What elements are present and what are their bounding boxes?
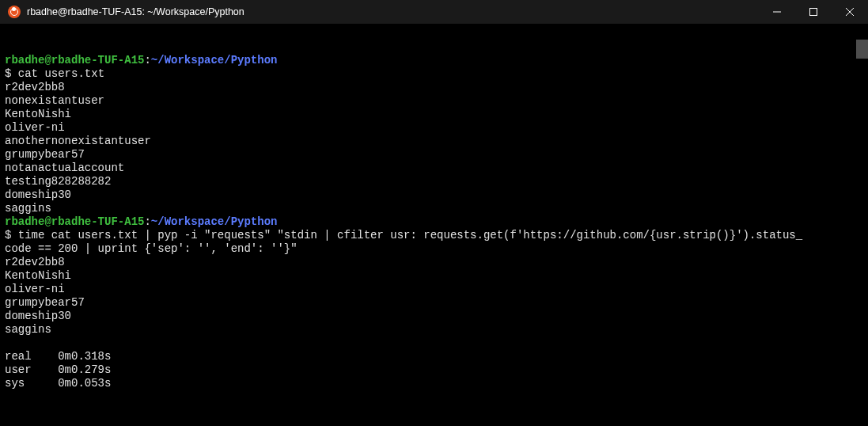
window-title: rbadhe@rbadhe-TUF-A15: ~/Workspace/Pypth… <box>27 6 244 19</box>
prompt-sep: : <box>144 54 150 67</box>
output-text: domeship30 <box>5 310 71 322</box>
terminal-line: rbadhe@rbadhe-TUF-A15:~/Workspace/Pyptho… <box>5 215 863 229</box>
terminal-line: real 0m0.318s <box>5 350 863 363</box>
output-text: nonexistantuser <box>5 94 104 107</box>
prompt-user-host: rbadhe@rbadhe-TUF-A15 <box>5 215 144 228</box>
terminal-line: code == 200 | uprint {'sep': '', 'end': … <box>5 242 863 256</box>
output-text: saggins <box>5 323 51 336</box>
terminal-line: $ time cat users.txt | pyp -i "requests"… <box>5 229 863 242</box>
minimize-button[interactable] <box>759 0 795 24</box>
output-text: grumpybear57 <box>5 296 85 309</box>
output-text: sys 0m0.053s <box>5 377 111 390</box>
prompt-symbol: $ <box>5 229 18 242</box>
minimize-icon <box>773 8 781 16</box>
terminal-line: KentoNishi <box>5 269 863 283</box>
close-icon <box>846 8 854 16</box>
prompt-user-host: rbadhe@rbadhe-TUF-A15 <box>5 54 144 67</box>
output-text: grumpybear57 <box>5 148 85 161</box>
command-text: time cat users.txt | pyp -i "requests" "… <box>18 229 802 242</box>
terminal-line: nonexistantuser <box>5 94 863 108</box>
output-text: r2dev2bb8 <box>5 81 65 93</box>
terminal-line: r2dev2bb8 <box>5 81 863 94</box>
ubuntu-icon <box>8 6 21 18</box>
output-text: anothernonexistantuser <box>5 135 151 147</box>
terminal-area[interactable]: rbadhe@rbadhe-TUF-A15:~/Workspace/Pyptho… <box>0 24 868 426</box>
svg-rect-1 <box>810 9 817 16</box>
terminal-line: rbadhe@rbadhe-TUF-A15:~/Workspace/Pyptho… <box>5 54 863 67</box>
output-text: testing828288282 <box>5 175 111 188</box>
output-text: KentoNishi <box>5 108 71 120</box>
terminal-line: testing828288282 <box>5 175 863 188</box>
terminal-line: $ cat users.txt <box>5 67 863 81</box>
terminal-line: anothernonexistantuser <box>5 135 863 148</box>
terminal-line: user 0m0.279s <box>5 363 863 377</box>
terminal-line: oliver-ni <box>5 121 863 135</box>
prompt-sep: : <box>144 215 150 228</box>
terminal-line: domeship30 <box>5 310 863 323</box>
output-text: KentoNishi <box>5 269 71 282</box>
output-text: notanactualaccount <box>5 162 124 174</box>
prompt-path: ~/Workspace/Pypthon <box>151 54 278 67</box>
terminal-line: saggins <box>5 323 863 337</box>
output-text: saggins <box>5 202 51 215</box>
maximize-button[interactable] <box>795 0 832 24</box>
terminal-line: domeship30 <box>5 188 863 202</box>
terminal-line: grumpybear57 <box>5 296 863 310</box>
terminal-line: saggins <box>5 202 863 215</box>
output-text: r2dev2bb8 <box>5 256 65 268</box>
command-text: code == 200 | uprint {'sep': '', 'end': … <box>5 242 298 255</box>
prompt-symbol: $ <box>5 67 18 80</box>
terminal-line: oliver-ni <box>5 283 863 296</box>
terminal-line <box>5 337 863 350</box>
output-text: real 0m0.318s <box>5 350 111 363</box>
terminal-line: grumpybear57 <box>5 148 863 162</box>
scrollbar-track[interactable] <box>856 24 868 426</box>
terminal-line: notanactualaccount <box>5 162 863 175</box>
prompt-path: ~/Workspace/Pypthon <box>151 215 278 228</box>
command-text: cat users.txt <box>18 67 104 80</box>
terminal-line: KentoNishi <box>5 108 863 121</box>
output-text: user 0m0.279s <box>5 363 111 376</box>
window-titlebar: rbadhe@rbadhe-TUF-A15: ~/Workspace/Pypth… <box>0 0 868 24</box>
scrollbar-thumb[interactable] <box>856 40 868 59</box>
maximize-icon <box>809 8 817 16</box>
terminal-line: r2dev2bb8 <box>5 256 863 269</box>
terminal-line: sys 0m0.053s <box>5 377 863 390</box>
output-text: domeship30 <box>5 188 71 201</box>
output-text: oliver-ni <box>5 283 65 295</box>
close-button[interactable] <box>832 0 868 24</box>
output-text: oliver-ni <box>5 121 65 134</box>
